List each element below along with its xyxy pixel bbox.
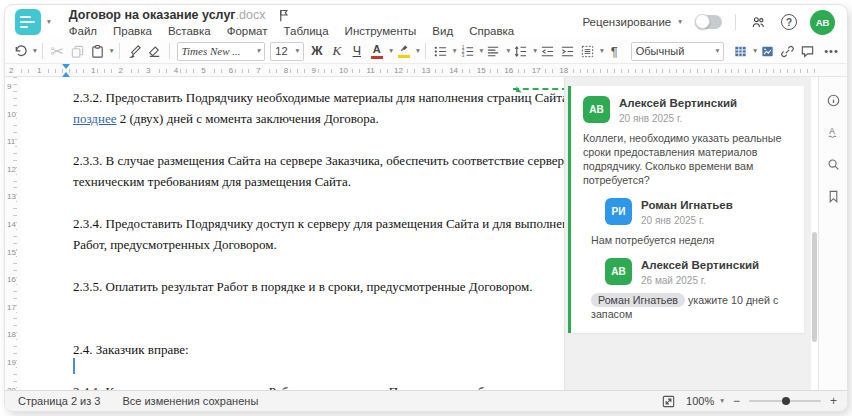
comment-reply[interactable]: АВАлексей Вертинский26 май 2025 г.Роман … bbox=[583, 258, 794, 321]
zoom-slider-handle[interactable] bbox=[782, 397, 790, 405]
zoom-in-icon[interactable]: + bbox=[830, 394, 837, 408]
undo-icon[interactable] bbox=[11, 41, 30, 62]
flag-icon[interactable] bbox=[277, 8, 292, 23]
document-page[interactable]: 2.3.2. Предоставить Подрядчику необходим… bbox=[21, 77, 564, 390]
page-indicator[interactable]: Страница 2 из 3 bbox=[18, 395, 100, 407]
save-status: Все изменения сохранены bbox=[122, 395, 258, 407]
ruler-number: 16 bbox=[7, 274, 16, 285]
bold-button[interactable]: Ж bbox=[307, 41, 326, 62]
bookmark-icon[interactable] bbox=[824, 187, 842, 205]
copy-icon[interactable] bbox=[68, 41, 87, 62]
document-title-extension: .docx bbox=[236, 8, 266, 22]
paste-caret[interactable]: ▾ bbox=[110, 47, 114, 55]
comment-date: 20 янв 2025 г. bbox=[641, 215, 733, 226]
pilcrow-icon[interactable]: ¶ bbox=[605, 41, 624, 62]
comment-thread[interactable]: АВАлексей Вертинский20 янв 2025 г.Коллег… bbox=[568, 86, 804, 333]
more-icon[interactable]: ••• bbox=[822, 41, 841, 62]
spellcheck-icon[interactable]: А bbox=[824, 123, 842, 141]
table-icon[interactable] bbox=[731, 41, 750, 62]
menu-item-3[interactable]: Формат bbox=[227, 25, 268, 37]
paragraph-style-select[interactable]: Обычный▾ bbox=[631, 42, 725, 61]
comment-author: Алексей Вертинский bbox=[619, 96, 737, 109]
comment-text: Коллеги, необходимо указать реальные сро… bbox=[583, 131, 794, 187]
align-left-icon[interactable] bbox=[484, 41, 503, 62]
undo-caret[interactable]: ▾ bbox=[33, 47, 37, 55]
font-color-icon[interactable]: А bbox=[367, 41, 386, 62]
horizontal-ruler[interactable]: 21123456789101112131415161718 bbox=[5, 64, 847, 77]
highlight-caret[interactable]: ▾ bbox=[416, 47, 420, 55]
comment-icon[interactable] bbox=[798, 41, 817, 62]
ruler-number: 6 bbox=[227, 65, 235, 76]
scrollbar[interactable] bbox=[811, 77, 818, 390]
user-avatar[interactable]: АВ bbox=[810, 10, 835, 35]
app-logo-icon[interactable] bbox=[15, 9, 41, 35]
menu-item-0[interactable]: Файл bbox=[69, 25, 97, 37]
line-spacing-caret[interactable]: ▾ bbox=[533, 47, 537, 55]
numbered-list-caret[interactable]: ▾ bbox=[480, 47, 484, 55]
comment-avatar: РИ bbox=[605, 198, 632, 225]
info-icon[interactable] bbox=[824, 91, 842, 109]
ruler-number: 14 bbox=[447, 65, 460, 76]
review-mode-dropdown[interactable]: Рецензирование ▾ bbox=[582, 16, 682, 28]
menu-item-2[interactable]: Вставка bbox=[168, 25, 211, 37]
review-toggle[interactable] bbox=[695, 15, 722, 29]
search-icon[interactable] bbox=[824, 155, 842, 173]
paragraph-settings-caret[interactable]: ▾ bbox=[600, 47, 604, 55]
menu-item-7[interactable]: Справка bbox=[469, 25, 514, 37]
mention-pill[interactable]: Роман Игнатьев bbox=[591, 293, 685, 307]
ruler-number: 18 bbox=[7, 329, 16, 340]
line-spacing-icon[interactable] bbox=[511, 41, 530, 62]
bullet-list-icon[interactable] bbox=[431, 41, 450, 62]
fit-width-icon[interactable] bbox=[659, 392, 677, 410]
zoom-select[interactable]: 100% ▾ bbox=[686, 395, 724, 407]
vertical-ruler[interactable]: 91011121314151617181920 bbox=[5, 77, 21, 390]
underline-button[interactable]: Ч bbox=[347, 41, 366, 62]
italic-button[interactable]: К bbox=[327, 41, 346, 62]
zoom-out-icon[interactable]: − bbox=[733, 394, 740, 408]
ruler-number: 13 bbox=[7, 191, 16, 202]
indent-icon[interactable] bbox=[558, 41, 577, 62]
eraser-icon[interactable] bbox=[145, 41, 164, 62]
ruler-number: 12 bbox=[7, 164, 16, 175]
collaboration-icon[interactable] bbox=[749, 12, 768, 33]
comment-date: 20 янв 2025 г. bbox=[619, 113, 737, 124]
text-line: 2.4. Заказчик вправе: bbox=[73, 342, 555, 363]
image-icon[interactable] bbox=[758, 41, 777, 62]
bullet-list-caret[interactable]: ▾ bbox=[453, 47, 457, 55]
numbered-list-icon[interactable]: 123 bbox=[458, 41, 477, 62]
font-family-select[interactable]: Times New ...▾ bbox=[177, 42, 266, 61]
text-cursor bbox=[73, 358, 75, 374]
ruler-number: 19 bbox=[7, 357, 16, 368]
zoom-slider[interactable] bbox=[749, 400, 821, 402]
comment[interactable]: АВАлексей Вертинский20 янв 2025 г.Коллег… bbox=[583, 96, 794, 187]
ruler-number: 12 bbox=[392, 65, 405, 76]
paste-icon[interactable] bbox=[88, 41, 107, 62]
cut-icon[interactable]: ✂ bbox=[48, 41, 67, 62]
font-size-select[interactable]: 12▾ bbox=[270, 42, 304, 61]
outdent-icon[interactable] bbox=[538, 41, 557, 62]
help-icon[interactable]: ? bbox=[781, 14, 797, 30]
scrollbar-thumb[interactable] bbox=[812, 232, 817, 342]
ruler-number: 20 bbox=[7, 385, 16, 390]
ruler-number: 9 bbox=[309, 65, 317, 76]
svg-text:3: 3 bbox=[461, 52, 464, 57]
menu-item-4[interactable]: Таблица bbox=[284, 25, 329, 37]
text-line: 2.3.2. Предоставить Подрядчику необходим… bbox=[73, 90, 555, 111]
paragraph: 2.3.2. Предоставить Подрядчику необходим… bbox=[73, 90, 555, 132]
align-caret[interactable]: ▾ bbox=[506, 47, 510, 55]
format-painter-icon[interactable] bbox=[125, 41, 144, 62]
app-menu-caret-icon[interactable]: ▾ bbox=[47, 18, 51, 26]
paragraph-settings-icon[interactable] bbox=[578, 41, 597, 62]
chevron-down-icon: ▾ bbox=[678, 18, 682, 26]
menu-item-5[interactable]: Инструменты bbox=[345, 25, 417, 37]
menu-item-6[interactable]: Вид bbox=[432, 25, 453, 37]
indent-marker-left[interactable] bbox=[62, 68, 70, 77]
table-caret[interactable]: ▾ bbox=[753, 47, 757, 55]
link-icon[interactable] bbox=[778, 41, 797, 62]
font-color-caret[interactable]: ▾ bbox=[389, 47, 393, 55]
comment-reply[interactable]: РИРоман Игнатьев20 янв 2025 г.Нам потреб… bbox=[583, 198, 794, 247]
menu-item-1[interactable]: Правка bbox=[113, 25, 152, 37]
ruler-number: 8 bbox=[282, 65, 290, 76]
highlight-icon[interactable] bbox=[394, 41, 413, 62]
status-bar: Страница 2 из 3 Все изменения сохранены … bbox=[5, 390, 847, 411]
